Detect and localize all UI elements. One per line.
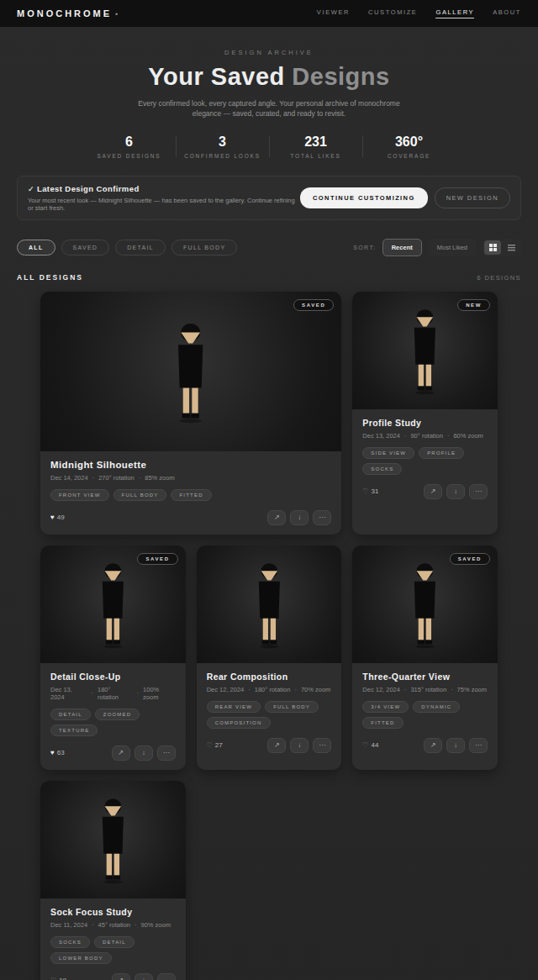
like-button[interactable]: ♡ 27 [207,741,223,749]
new-design-button[interactable]: NEW DESIGN [435,187,510,208]
page-title-primary: Your Saved [148,63,292,90]
share-button[interactable]: ↗ [424,738,442,753]
card-image [40,781,186,898]
like-button[interactable]: ♡ 31 [362,487,378,495]
card-rotation: 180° rotation [98,686,133,701]
more-icon: ⋯ [319,514,325,521]
stat-confirmed-looks: 3 CONFIRMED LOOKS [177,134,269,159]
card-meta: Dec 14, 2024 · 270° rotation · 85% zoom [50,474,331,482]
card-date: Dec 13, 2024 [50,686,87,701]
meta-separator: · [92,689,94,697]
mannequin-figure [398,306,451,395]
nav-item-gallery[interactable]: GALLERY [435,8,474,18]
share-button[interactable]: ↗ [424,484,442,499]
heart-icon: ♡ [50,977,56,980]
design-card-three-quarter-view[interactable]: SAVED Three-Quarter View Dec 12, 2024 · … [352,545,498,770]
tag-chip: FITTED [171,489,211,501]
card-zoom: 60% zoom [453,432,483,440]
filter-pills: ALLSAVEDDETAILFULL BODY [17,240,237,256]
designs-grid: SAVED Midnight Silhouette Dec 14, 2024 ·… [40,292,498,980]
download-button[interactable]: ↓ [290,738,309,753]
tag-chip: SIDE VIEW [362,447,414,459]
logo-dot-icon: • [115,10,118,18]
design-card-sock-focus-study[interactable]: Sock Focus Study Dec 11, 2024 · 45° rota… [40,781,186,980]
likes-row: ♡ 19 ↗ ↓ ⋯ [50,973,176,980]
card-zoom: 70% zoom [301,686,330,693]
card-info: Sock Focus Study Dec 11, 2024 · 45° rota… [40,898,186,980]
logo[interactable]: MONOCHROME • [17,8,118,18]
more-button[interactable]: ⋯ [157,973,176,980]
grid-icon [489,244,497,251]
list-view-button[interactable] [503,240,520,255]
design-card-midnight-silhouette[interactable]: SAVED Midnight Silhouette Dec 14, 2024 ·… [40,292,341,535]
download-button[interactable]: ↓ [446,484,465,499]
sort-option-most-liked[interactable]: Most Liked [428,239,477,256]
card-title: Profile Study [362,418,488,428]
card-info: Profile Study Dec 13, 2024 · 90° rotatio… [352,409,498,508]
more-button[interactable]: ⋯ [313,738,331,753]
card-meta: Dec 12, 2024 · 315° rotation · 75% zoom [362,686,488,693]
stat-value: 3 [177,134,269,150]
card-tags: REAR VIEWFULL BODYCOMPOSITION [207,701,332,729]
nav-item-customize[interactable]: CUSTOMIZE [368,8,417,18]
share-icon: ↗ [274,742,280,749]
card-image: NEW [352,292,498,409]
nav-item-viewer[interactable]: VIEWER [317,8,350,18]
stat-label: TOTAL LIKES [270,153,362,159]
mannequin-figure [87,795,140,884]
like-button[interactable]: ♥ 49 [50,514,65,521]
tag-chip: LOWER BODY [50,952,112,964]
card-meta: Dec 13, 2024 · 90° rotation · 60% zoom [362,432,488,440]
view-toggle [483,239,521,256]
more-button[interactable]: ⋯ [469,484,488,499]
share-button[interactable]: ↗ [112,973,130,980]
continue-customizing-button[interactable]: CONTINUE CUSTOMIZING [300,187,428,208]
hero-subtitle: Every confirmed look, every captured ang… [130,98,408,119]
meta-separator: · [92,921,94,929]
more-button[interactable]: ⋯ [313,510,331,525]
share-button[interactable]: ↗ [112,746,130,761]
sort-options: RecentMost Liked [382,239,477,256]
likes-row: ♥ 49 ↗ ↓ ⋯ [50,510,331,525]
design-card-detail-close-up[interactable]: SAVED Detail Close-Up Dec 13, 2024 · 180… [40,545,186,770]
share-icon: ↗ [118,977,124,980]
download-button[interactable]: ↓ [134,746,153,761]
design-card-rear-composition[interactable]: Rear Composition Dec 12, 2024 · 180° rot… [197,545,342,770]
nav-item-about[interactable]: ABOUT [493,8,521,18]
filter-pill-full-body[interactable]: FULL BODY [171,240,237,256]
stat-label: CONFIRMED LOOKS [177,153,269,159]
page-title: Your Saved Designs [0,63,538,91]
share-button[interactable]: ↗ [267,738,286,753]
more-button[interactable]: ⋯ [157,746,176,761]
share-icon: ↗ [430,488,436,495]
heart-icon: ♡ [362,487,368,495]
design-card-profile-study[interactable]: NEW Profile Study Dec 13, 2024 · 90° rot… [352,292,498,535]
card-actions: ↗ ↓ ⋯ [424,484,488,499]
like-button[interactable]: ♡ 19 [50,977,66,980]
download-button[interactable]: ↓ [134,973,153,980]
filter-pill-detail[interactable]: DETAIL [115,240,166,256]
sort-option-recent[interactable]: Recent [382,239,422,256]
likes-row: ♡ 31 ↗ ↓ ⋯ [362,484,488,499]
stat-value: 6 [83,134,176,150]
mannequin-figure [398,560,451,649]
filter-pill-all[interactable]: ALL [17,240,55,256]
download-button[interactable]: ↓ [446,738,465,753]
card-date: Dec 13, 2024 [362,432,400,440]
hero-section: DESIGN ARCHIVE Your Saved Designs Every … [0,27,538,119]
meta-separator: · [134,921,137,929]
status-badge: SAVED [450,553,490,565]
tag-chip: SOCKS [362,463,402,475]
like-button[interactable]: ♥ 63 [50,749,65,756]
meta-separator: · [404,432,407,440]
card-actions: ↗ ↓ ⋯ [424,738,488,753]
filter-pill-saved[interactable]: SAVED [61,240,110,256]
download-button[interactable]: ↓ [290,510,309,525]
share-button[interactable]: ↗ [267,510,286,525]
heart-icon: ♥ [50,514,55,521]
grid-view-button[interactable] [484,240,501,255]
likes-row: ♥ 63 ↗ ↓ ⋯ [50,746,176,761]
like-button[interactable]: ♡ 44 [362,741,378,749]
check-icon: ✓ [28,185,34,193]
more-button[interactable]: ⋯ [469,738,488,753]
